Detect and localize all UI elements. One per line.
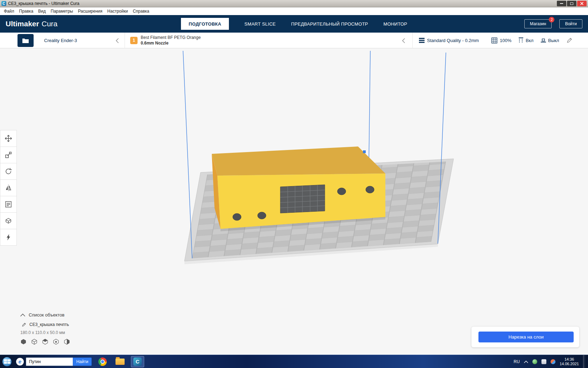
- model-screen-recess: [280, 185, 325, 213]
- volume-corner-marker: [363, 150, 366, 153]
- language-indicator[interactable]: RU: [514, 359, 520, 364]
- show-desktop-button[interactable]: [583, 355, 585, 368]
- brand-ultimaker: Ultimaker: [6, 20, 39, 28]
- menu-bar: Файл Правка Вид Параметры Расширения Нас…: [0, 7, 588, 15]
- chrome-taskbar-button[interactable]: [96, 356, 109, 367]
- viewport-3d[interactable]: [0, 48, 588, 355]
- menu-edit[interactable]: Правка: [17, 8, 36, 15]
- configuration-bar: Creality Ender-3 1 Best Filament BF PETG…: [0, 33, 588, 48]
- infill-icon: [491, 38, 497, 43]
- folder-icon: [22, 38, 29, 43]
- slice-button[interactable]: Нарезка на слои: [478, 332, 574, 342]
- window-controls: [556, 1, 587, 6]
- cura-glyph: C: [136, 359, 140, 364]
- stage-tabs: ПОДГОТОВКА SMART SLICE ПРЕДВАРИТЕЛЬНЫЙ П…: [181, 18, 407, 30]
- print-profile[interactable]: Standard Quality - 0.2mm: [427, 33, 479, 48]
- menu-preferences[interactable]: Настройки: [105, 8, 131, 15]
- collapse-chevron-icon: [20, 313, 25, 316]
- cube-dot-icon[interactable]: [53, 339, 59, 345]
- open-file-button[interactable]: [18, 34, 34, 47]
- cube-half-icon[interactable]: [64, 339, 70, 345]
- taskbar-clock[interactable]: 14:36 14.06.2021: [560, 357, 579, 366]
- minimize-button[interactable]: [557, 1, 566, 6]
- app-logo: Ultimaker Cura: [6, 15, 57, 33]
- material-chevron-icon[interactable]: [402, 38, 405, 43]
- start-button[interactable]: [0, 355, 14, 368]
- menu-settings[interactable]: Параметры: [48, 8, 76, 15]
- cube-top-icon[interactable]: [42, 339, 48, 345]
- menu-view[interactable]: Вид: [36, 8, 48, 15]
- tray-icon[interactable]: [541, 359, 546, 364]
- taskbar-left: e Найти C: [0, 355, 144, 368]
- minimize-icon: [560, 3, 563, 4]
- separator: [125, 33, 125, 48]
- model-top-face: [212, 146, 385, 176]
- taskbar-search: Найти: [26, 357, 92, 366]
- separator: [412, 33, 413, 48]
- sign-in-button[interactable]: Войти: [559, 19, 582, 28]
- object-dimensions: 180.0 x 110.0 x 50.0 мм: [20, 330, 65, 335]
- adhesion-icon: [540, 38, 546, 43]
- object-list-item[interactable]: СЕ3_крышка печпть: [22, 322, 69, 327]
- printer-selector[interactable]: Creality Ender-3: [44, 33, 77, 48]
- object-name: СЕ3_крышка печпть: [29, 322, 69, 327]
- tab-prepare[interactable]: ПОДГОТОВКА: [181, 18, 229, 30]
- windows-logo-icon: [2, 357, 12, 366]
- cura-logo-icon: C: [133, 357, 142, 366]
- menu-extensions[interactable]: Расширения: [76, 8, 105, 15]
- tray-icon[interactable]: [551, 359, 555, 364]
- material-selector[interactable]: Best Filament BF PETG Orange 0.6mm Nozzl…: [141, 35, 201, 46]
- slice-panel: Нарезка на слои: [471, 327, 579, 347]
- search-input[interactable]: [26, 357, 73, 366]
- ie-browser-icon[interactable]: e: [16, 358, 24, 366]
- window-title: СЕ3_крышка печпть - Ultimaker Cura: [8, 1, 79, 6]
- menu-help[interactable]: Справка: [130, 8, 152, 15]
- tab-preview[interactable]: ПРЕДВАРИТЕЛЬНЫЙ ПРОСМОТР: [291, 18, 368, 30]
- sign-in-label: Войти: [565, 21, 577, 26]
- tab-smart-slice[interactable]: SMART SLICE: [244, 18, 276, 30]
- main-header: Ultimaker Cura ПОДГОТОВКА SMART SLICE ПР…: [0, 15, 588, 33]
- printer-chevron-icon[interactable]: [115, 38, 119, 43]
- taskbar: e Найти C RU 14:36 14.06.2021: [0, 355, 588, 368]
- maximize-icon: [570, 2, 573, 5]
- layer-profile-icon: [419, 38, 425, 43]
- rename-pencil-icon[interactable]: [22, 322, 26, 327]
- tray-icon[interactable]: [532, 359, 537, 364]
- system-tray: RU 14:36 14.06.2021: [514, 355, 588, 368]
- marketplace-button[interactable]: Магазин 2: [524, 19, 552, 28]
- explorer-taskbar-button[interactable]: [113, 356, 127, 367]
- titlebar: C СЕ3_крышка печпть - Ultimaker Cura: [0, 0, 588, 7]
- model-object[interactable]: [212, 146, 385, 231]
- marketplace-badge: 2: [549, 17, 554, 22]
- edit-settings-icon[interactable]: [566, 37, 573, 43]
- clock-date: 14.06.2021: [560, 362, 579, 366]
- infill-value[interactable]: 100%: [500, 33, 511, 48]
- cube-solid-icon[interactable]: [20, 339, 27, 345]
- tab-monitor[interactable]: МОНИТОР: [384, 18, 407, 30]
- object-dimensions-row: 180.0 x 110.0 x 50.0 мм: [20, 330, 65, 335]
- app-icon: C: [1, 1, 6, 6]
- marketplace-label: Магазин: [530, 21, 546, 26]
- cube-outline-icon[interactable]: [31, 339, 37, 345]
- object-list-label: Список объектов: [29, 312, 64, 318]
- tray-expand-icon[interactable]: [524, 360, 528, 363]
- nozzle-size: 0.6mm Nozzle: [141, 41, 201, 46]
- adhesion-value[interactable]: Выкл: [548, 33, 559, 48]
- header-actions: Магазин 2 Войти: [524, 15, 582, 33]
- search-button[interactable]: Найти: [73, 357, 92, 366]
- chrome-icon: [98, 357, 107, 366]
- cura-taskbar-button[interactable]: C: [131, 356, 144, 367]
- close-button[interactable]: [577, 1, 587, 6]
- menu-file[interactable]: Файл: [1, 8, 17, 15]
- object-list-toggle[interactable]: Список объектов: [20, 312, 64, 318]
- material-name: Best Filament BF PETG Orange: [141, 35, 201, 40]
- ie-glyph: e: [19, 359, 21, 364]
- clock-time: 14:36: [560, 357, 579, 362]
- mesh-type-icons: [20, 339, 70, 345]
- support-value[interactable]: Вкл: [526, 33, 533, 48]
- maximize-button[interactable]: [567, 1, 576, 6]
- brand-cura: Cura: [42, 20, 58, 28]
- folder-icon: [115, 359, 125, 365]
- support-icon: [518, 37, 524, 43]
- material-warning-icon: 1: [130, 37, 138, 44]
